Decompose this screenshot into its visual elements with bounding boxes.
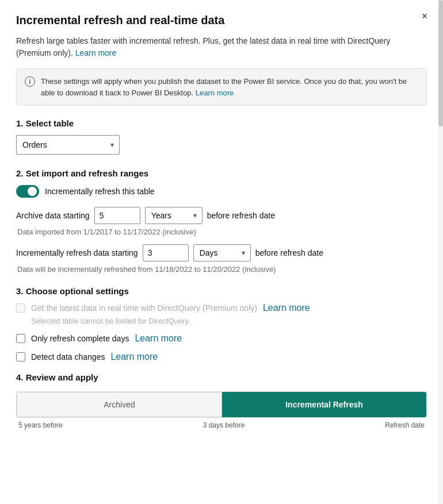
detect-changes-checkbox[interactable] <box>16 352 25 361</box>
timeline-labels: 5 years before 3 days before Refresh dat… <box>16 418 427 429</box>
section-3-title: 3. Choose optional settings <box>16 286 427 296</box>
directquery-learn-more-link[interactable]: Learn more <box>263 303 310 313</box>
section-2-title: 2. Set import and refresh ranges <box>16 168 427 178</box>
timeline-bars: Archived Incremental Refresh <box>17 392 426 417</box>
complete-days-learn-more-link[interactable]: Learn more <box>135 333 182 344</box>
timeline-container: Archived Incremental Refresh <box>16 391 427 418</box>
refresh-hint: Data will be incrementally refreshed fro… <box>17 265 427 274</box>
close-button[interactable]: × <box>417 8 433 24</box>
scrollbar-thumb[interactable] <box>438 0 443 126</box>
refresh-range-row: Incrementally refresh data starting Days… <box>16 244 427 261</box>
info-box-text: These settings will apply when you publi… <box>41 76 418 98</box>
intro-text: Refresh large tables faster with increme… <box>16 35 427 59</box>
toggle-row: Incrementally refresh this table <box>16 185 427 198</box>
table-select-container: Orders ▾ <box>16 135 427 155</box>
complete-days-row: Only refresh complete days Learn more <box>16 333 427 344</box>
archive-suffix: before refresh date <box>207 211 275 220</box>
archive-value-input[interactable] <box>94 207 140 224</box>
incremental-toggle[interactable] <box>16 185 39 198</box>
detect-changes-label: Detect data changes <box>31 352 105 361</box>
dialog: × Incremental refresh and real-time data… <box>0 0 443 504</box>
dialog-title: Incremental refresh and real-time data <box>16 14 427 27</box>
refresh-value-input[interactable] <box>143 244 189 261</box>
refresh-unit-select[interactable]: Days Months Years <box>193 244 251 261</box>
table-select[interactable]: Orders <box>16 135 120 155</box>
intro-learn-more-link[interactable]: Learn more <box>75 48 117 57</box>
close-icon: × <box>422 10 428 22</box>
toggle-thumb <box>28 187 37 196</box>
table-select-wrapper: Orders ▾ <box>16 135 120 155</box>
archive-unit-wrapper: Days Years Months ▾ <box>145 207 203 224</box>
info-box: i These settings will apply when you pub… <box>16 68 427 106</box>
scrollbar-track <box>438 0 443 504</box>
section-4-title: 4. Review and apply <box>16 372 427 382</box>
directquery-label: Get the latest data in real time with Di… <box>31 303 257 313</box>
timeline-archived-bar: Archived <box>17 392 222 417</box>
archive-unit-select[interactable]: Days Years Months <box>145 207 203 224</box>
info-icon: i <box>25 76 35 87</box>
timeline-label-left: 5 years before <box>18 421 63 429</box>
refresh-suffix: before refresh date <box>255 248 323 257</box>
timeline-label-right: Refresh date <box>385 421 425 429</box>
directquery-checkbox[interactable] <box>16 303 25 313</box>
archive-range-row: Archive data starting Days Years Months … <box>16 207 427 224</box>
info-learn-more-link[interactable]: Learn more <box>196 89 234 97</box>
section-1-title: 1. Select table <box>16 118 427 128</box>
directquery-note: Selected table cannot be folded for Dire… <box>31 317 427 325</box>
timeline-incremental-bar: Incremental Refresh <box>222 392 426 417</box>
section-4: 4. Review and apply Archived Incremental… <box>16 372 427 429</box>
directquery-row: Get the latest data in real time with Di… <box>16 303 427 313</box>
detect-changes-row: Detect data changes Learn more <box>16 352 427 362</box>
refresh-unit-wrapper: Days Months Years ▾ <box>193 244 251 261</box>
section-1: 1. Select table Orders ▾ <box>16 118 427 155</box>
section-2: 2. Set import and refresh ranges Increme… <box>16 168 427 274</box>
timeline-label-middle: 3 days before <box>203 421 245 429</box>
refresh-label: Incrementally refresh data starting <box>16 248 138 257</box>
complete-days-checkbox[interactable] <box>16 334 25 343</box>
archive-label: Archive data starting <box>16 211 90 220</box>
complete-days-label: Only refresh complete days <box>31 334 129 343</box>
archive-hint: Data imported from 1/1/2017 to 11/17/202… <box>17 228 427 236</box>
section-3: 3. Choose optional settings Get the late… <box>16 286 427 362</box>
detect-changes-learn-more-link[interactable]: Learn more <box>110 352 158 362</box>
toggle-label: Incrementally refresh this table <box>45 187 155 196</box>
